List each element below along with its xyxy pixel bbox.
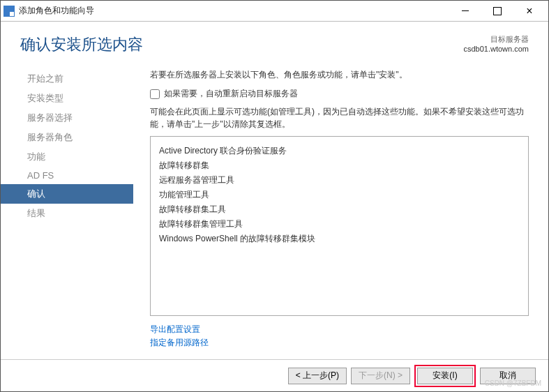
window-title: 添加角色和功能向导 (19, 5, 449, 17)
export-config-link[interactable]: 导出配置设置 (150, 323, 529, 336)
auto-restart-checkbox[interactable] (150, 89, 160, 99)
server-name: csdb01.wtown.com (463, 45, 529, 53)
sidebar-item-before[interactable]: 开始之前 (20, 69, 133, 89)
main-panel: 若要在所选服务器上安装以下角色、角色服务或功能，请单击"安装"。 如果需要，自动… (133, 63, 548, 355)
list-item: Windows PowerShell 的故障转移群集模块 (159, 232, 520, 246)
list-item: Active Directory 联合身份验证服务 (159, 144, 520, 158)
list-item: 故障转移群集管理工具 (159, 217, 520, 232)
cancel-button[interactable]: 取消 (480, 368, 536, 384)
list-item: 故障转移群集工具 (159, 202, 520, 217)
auto-restart-label: 如果需要，自动重新启动目标服务器 (164, 88, 298, 100)
wizard-footer: < 上一步(P) 下一步(N) > 安装(I) 取消 (1, 359, 548, 391)
page-header: 确认安装所选内容 目标服务器 csdb01.wtown.com (1, 22, 548, 63)
app-icon (3, 6, 15, 17)
prev-button[interactable]: < 上一步(P) (288, 368, 347, 384)
sidebar-item-confirm[interactable]: 确认 (1, 184, 133, 204)
sidebar-item-results[interactable]: 结果 (20, 204, 133, 223)
sidebar-item-serverroles[interactable]: 服务器角色 (20, 128, 133, 147)
wizard-sidebar: 开始之前 安装类型 服务器选择 服务器角色 功能 AD FS 确认 结果 (1, 63, 133, 355)
next-button: 下一步(N) > (351, 368, 410, 384)
alt-source-link[interactable]: 指定备用源路径 (150, 336, 529, 349)
maximize-button[interactable] (481, 1, 513, 22)
server-label: 目标服务器 (463, 34, 529, 45)
install-highlight: 安装(I) (414, 365, 476, 387)
sidebar-item-adfs[interactable]: AD FS (20, 167, 133, 184)
sidebar-item-serverselect[interactable]: 服务器选择 (20, 108, 133, 128)
minimize-button[interactable] (449, 1, 481, 22)
server-info: 目标服务器 csdb01.wtown.com (463, 34, 529, 53)
info-text: 可能会在此页面上显示可选功能(如管理工具)，因为已自动选择这些功能。如果不希望安… (150, 105, 529, 130)
list-item: 远程服务器管理工具 (159, 173, 520, 188)
list-item: 功能管理工具 (159, 188, 520, 202)
sidebar-item-installtype[interactable]: 安装类型 (20, 89, 133, 108)
install-button[interactable]: 安装(I) (417, 368, 473, 384)
list-item: 故障转移群集 (159, 158, 520, 173)
titlebar: 添加角色和功能向导 × (1, 1, 548, 22)
intro-text: 若要在所选服务器上安装以下角色、角色服务或功能，请单击"安装"。 (150, 69, 529, 81)
close-button[interactable]: × (513, 1, 546, 22)
selection-listbox[interactable]: Active Directory 联合身份验证服务 故障转移群集 远程服务器管理… (150, 136, 529, 316)
sidebar-item-features[interactable]: 功能 (20, 147, 133, 167)
page-title: 确认安装所选内容 (20, 34, 143, 55)
